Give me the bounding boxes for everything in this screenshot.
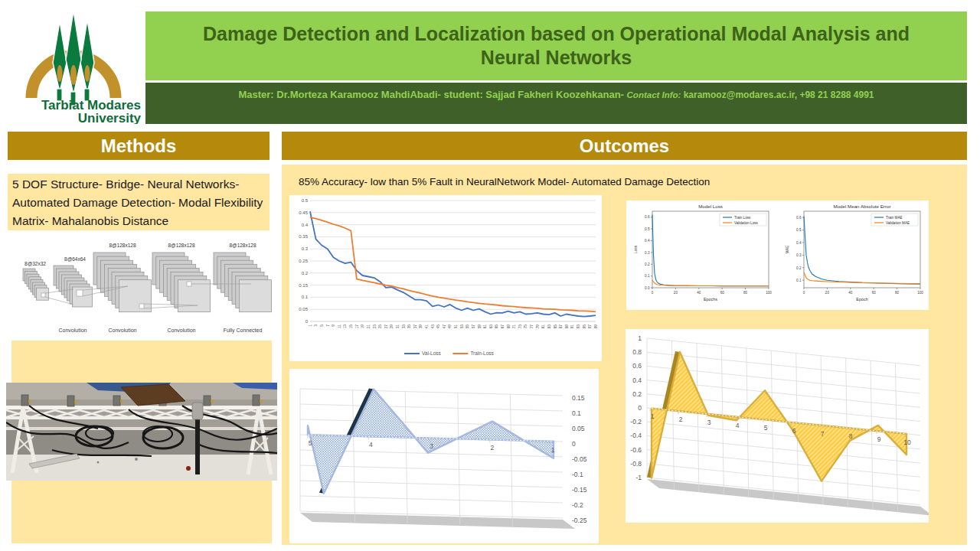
svg-text:6: 6 [792, 427, 796, 435]
svg-text:0.3: 0.3 [796, 253, 802, 257]
svg-text:2: 2 [490, 444, 494, 452]
svg-text:0.15: 0.15 [572, 394, 585, 402]
svg-text:0.1: 0.1 [645, 274, 650, 278]
svg-text:0.45: 0.45 [299, 210, 308, 215]
svg-text:0.35: 0.35 [299, 234, 308, 239]
svg-text:35: 35 [407, 324, 411, 329]
contact-info-label: Contact Info: [627, 90, 684, 99]
svg-text:60: 60 [720, 291, 725, 295]
svg-text:97: 97 [588, 324, 592, 329]
svg-text:0: 0 [305, 319, 309, 324]
svg-text:99: 99 [594, 324, 598, 329]
svg-text:0.4: 0.4 [632, 377, 642, 384]
svg-text:-0.25: -0.25 [572, 517, 587, 524]
authors-bar: Master: Dr.Morteza Karamooz MahdiAbadi- … [145, 83, 967, 124]
svg-text:73: 73 [518, 324, 522, 329]
svg-text:8: 8 [849, 432, 853, 440]
svg-text:-0.2: -0.2 [572, 501, 583, 509]
cnn-layer-captions: Convolution Convolution Convolution Full… [59, 328, 263, 334]
svg-text:1: 1 [638, 334, 642, 342]
svg-text:8@128x128: 8@128x128 [229, 243, 256, 248]
svg-text:0.1: 0.1 [572, 409, 581, 417]
cnn-architecture-diagram: 8@32x32 8@64x64 8@128x128 8@128x128 8@12… [8, 232, 277, 339]
svg-text:0.1: 0.1 [796, 279, 802, 282]
methods-summary: 5 DOF Structure- Bridge- Neural Networks… [8, 174, 270, 230]
svg-text:0: 0 [572, 440, 576, 448]
svg-text:49: 49 [448, 324, 452, 329]
svg-text:0.4: 0.4 [645, 239, 650, 243]
svg-text:69: 69 [507, 324, 511, 329]
svg-text:0.5: 0.5 [645, 227, 650, 231]
svg-text:Epochs: Epochs [704, 297, 717, 302]
svg-text:8@64x64: 8@64x64 [64, 256, 86, 262]
svg-text:95: 95 [583, 324, 586, 329]
svg-text:MAE: MAE [785, 245, 789, 254]
svg-text:-0.2: -0.2 [630, 418, 642, 425]
svg-text:20: 20 [674, 291, 678, 295]
svg-text:33: 33 [402, 324, 406, 329]
authors-text: Master: Dr.Morteza Karamooz MahdiAbadi- … [238, 89, 626, 100]
svg-text:0.2: 0.2 [302, 271, 309, 276]
svg-text:9: 9 [877, 435, 881, 443]
svg-text:2: 2 [679, 416, 683, 423]
svg-text:10: 10 [903, 439, 911, 446]
contact-info-value: karamooz@modares.ac.ir, +98 21 8288 4991 [684, 90, 874, 100]
poster-page: Tarbiat Modares University Damage Detect… [0, 0, 980, 551]
svg-text:5: 5 [320, 324, 324, 327]
svg-text:0.25: 0.25 [299, 259, 308, 263]
svg-text:0.8: 0.8 [632, 348, 642, 356]
svg-text:41: 41 [425, 324, 429, 329]
svg-text:0.6: 0.6 [796, 216, 802, 220]
svg-text:Epoch: Epoch [856, 297, 867, 302]
svg-text:19: 19 [361, 324, 364, 329]
svg-text:21: 21 [367, 324, 371, 329]
svg-text:3: 3 [314, 324, 318, 327]
svg-text:0.4: 0.4 [796, 241, 802, 245]
svg-text:0.2: 0.2 [645, 262, 650, 266]
svg-text:0.0: 0.0 [645, 286, 650, 290]
svg-text:57: 57 [472, 324, 475, 329]
svg-text:-0.15: -0.15 [572, 486, 587, 494]
outcomes-section-header: Outcomes [282, 132, 967, 160]
svg-text:91: 91 [570, 324, 574, 329]
title-banner: Damage Detection and Localization based … [145, 11, 967, 80]
svg-text:-0.6: -0.6 [630, 446, 642, 454]
svg-text:Convolution: Convolution [109, 328, 137, 333]
svg-text:7: 7 [326, 324, 330, 327]
svg-text:Convolution: Convolution [168, 328, 196, 333]
svg-text:-1: -1 [635, 474, 642, 481]
svg-text:17: 17 [355, 324, 359, 329]
svg-text:61: 61 [483, 324, 487, 329]
svg-text:100: 100 [917, 291, 923, 295]
svg-text:0.3: 0.3 [645, 251, 650, 255]
svg-text:Train Loss: Train Loss [734, 216, 751, 220]
svg-text:0.4: 0.4 [302, 223, 309, 227]
svg-text:8@128x128: 8@128x128 [109, 243, 136, 248]
svg-text:0.2: 0.2 [632, 390, 642, 398]
svg-text:0.05: 0.05 [572, 425, 585, 432]
svg-text:Loss: Loss [633, 245, 638, 253]
outcomes-header-label: Outcomes [580, 135, 669, 157]
loss-history-chart: 00.050.10.150.20.250.30.350.40.450.51357… [289, 195, 602, 361]
svg-text:1: 1 [651, 412, 655, 420]
svg-text:1: 1 [551, 446, 555, 454]
svg-text:45: 45 [436, 324, 440, 329]
svg-text:11: 11 [338, 324, 341, 328]
logo-cypress-trees [53, 11, 94, 106]
svg-text:Train-Loss: Train-Loss [470, 350, 494, 356]
svg-text:71: 71 [512, 324, 516, 329]
svg-text:51: 51 [454, 324, 458, 329]
experiment-photo [6, 383, 277, 481]
damage-area-chart-blue: 0.150.10.050-0.05-0.1-0.15-0.2-0.2554321 [289, 369, 599, 543]
svg-text:0.5: 0.5 [302, 198, 309, 203]
svg-text:Train MAE: Train MAE [886, 216, 903, 220]
svg-text:37: 37 [413, 324, 417, 329]
svg-text:8@32x32: 8@32x32 [24, 261, 46, 266]
university-logo: Tarbiat Modares University [14, 8, 144, 124]
svg-text:79: 79 [536, 324, 540, 329]
svg-text:87: 87 [559, 324, 563, 329]
svg-text:5: 5 [764, 424, 768, 432]
svg-text:83: 83 [547, 324, 551, 329]
svg-text:-0.8: -0.8 [630, 460, 642, 468]
svg-text:13: 13 [343, 324, 347, 329]
